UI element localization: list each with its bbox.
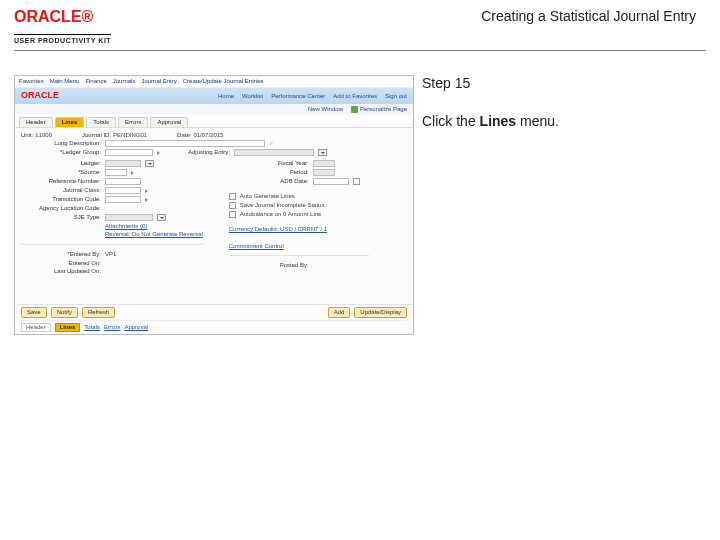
tab-errors[interactable]: Errors bbox=[118, 117, 148, 127]
tab-approval[interactable]: Approval bbox=[150, 117, 188, 127]
calendar-icon[interactable] bbox=[353, 178, 360, 185]
nav-favorites[interactable]: Add to Favorites bbox=[333, 93, 377, 100]
oracle-header-bar: ORACLE Home Worklist Performance Center … bbox=[15, 88, 413, 104]
product-name: USER PRODUCTIVITY KIT bbox=[14, 37, 111, 44]
instruction-panel: Step 15 Click the Lines menu. bbox=[422, 75, 706, 335]
journal-class-input[interactable] bbox=[105, 187, 141, 194]
period-input[interactable] bbox=[313, 169, 335, 176]
breadcrumb: Favorites Main Menu Finance Journals Jou… bbox=[15, 76, 413, 88]
oracle-upk-logo: ORACLE® USER PRODUCTIVITY KIT bbox=[14, 8, 111, 44]
bottom-tab-header[interactable]: Header bbox=[21, 323, 51, 332]
sub-toolbar: New Window Personalize Page bbox=[15, 104, 413, 114]
personalize-page-link[interactable]: Personalize Page bbox=[351, 106, 407, 113]
oracle-wordmark-small: ORACLE bbox=[21, 91, 59, 101]
page-title: Creating a Statistical Journal Entry bbox=[481, 8, 706, 25]
personalize-icon bbox=[351, 106, 358, 113]
refresh-button[interactable]: Refresh bbox=[82, 307, 115, 318]
autobalance-checkbox[interactable] bbox=[229, 211, 236, 218]
instruction-text: Click the Lines menu. bbox=[422, 112, 706, 130]
tab-totals[interactable]: Totals bbox=[86, 117, 116, 127]
save-incomplete-checkbox[interactable] bbox=[229, 202, 236, 209]
app-screenshot: Favorites Main Menu Finance Journals Jou… bbox=[14, 75, 414, 335]
adjusting-entry-select[interactable] bbox=[234, 149, 314, 156]
tab-bar: Header Lines Totals Errors Approval bbox=[15, 114, 413, 128]
reversal-link[interactable]: Reversal: Do Not Generate Reversal bbox=[105, 231, 203, 238]
ledger-group-input[interactable] bbox=[105, 149, 153, 156]
new-window-link[interactable]: New Window bbox=[308, 106, 343, 113]
reference-input[interactable] bbox=[105, 178, 141, 185]
brand-wordmark: ORACLE bbox=[14, 8, 82, 25]
ledger-input[interactable] bbox=[105, 160, 141, 167]
lookup-icon[interactable] bbox=[157, 151, 160, 155]
bottom-tab-links: Header Lines Totals Errors Approval bbox=[21, 320, 407, 332]
bottom-tab-errors[interactable]: Errors bbox=[104, 324, 120, 331]
adb-date-input[interactable] bbox=[313, 178, 349, 185]
bottom-tab-approval[interactable]: Approval bbox=[124, 324, 148, 331]
nav-performance[interactable]: Performance Center bbox=[271, 93, 325, 100]
tab-header[interactable]: Header bbox=[19, 117, 53, 127]
notify-button[interactable]: Notify bbox=[51, 307, 78, 318]
add-button[interactable]: Add bbox=[328, 307, 351, 318]
commitment-control-link[interactable]: Commitment Control bbox=[229, 243, 284, 250]
bottom-tab-totals[interactable]: Totals bbox=[84, 324, 100, 331]
update-display-button[interactable]: Update/Display bbox=[354, 307, 407, 318]
fiscal-year-input[interactable] bbox=[313, 160, 335, 167]
nav-home[interactable]: Home bbox=[218, 93, 234, 100]
tab-lines[interactable]: Lines bbox=[55, 117, 85, 127]
bottom-tab-lines[interactable]: Lines bbox=[55, 323, 81, 332]
currency-defaults-link[interactable]: Currency Defaults: USD / CRRNT / 1 bbox=[229, 226, 327, 233]
transaction-code-input[interactable] bbox=[105, 196, 141, 203]
step-label: Step 15 bbox=[422, 75, 706, 92]
nav-signout[interactable]: Sign out bbox=[385, 93, 407, 100]
attachments-link[interactable]: Attachments (0) bbox=[105, 223, 147, 230]
source-input[interactable] bbox=[105, 169, 127, 176]
save-button[interactable]: Save bbox=[21, 307, 47, 318]
sje-type-select[interactable] bbox=[105, 214, 153, 221]
nav-worklist[interactable]: Worklist bbox=[242, 93, 263, 100]
dropdown-icon[interactable] bbox=[318, 149, 327, 156]
auto-generate-checkbox[interactable] bbox=[229, 193, 236, 200]
long-description-input[interactable] bbox=[105, 140, 265, 147]
